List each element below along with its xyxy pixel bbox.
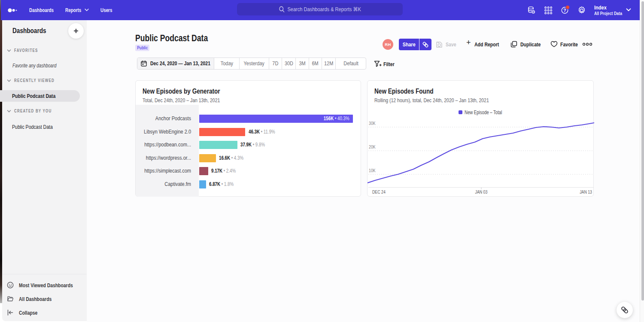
svg-text:JAN 03: JAN 03 bbox=[475, 189, 488, 194]
svg-text:JAN 13: JAN 13 bbox=[580, 189, 592, 194]
svg-text:10K: 10K bbox=[369, 168, 376, 173]
svg-text:20K: 20K bbox=[369, 144, 376, 149]
svg-text:DEC 24: DEC 24 bbox=[372, 189, 386, 194]
svg-text:?: ? bbox=[563, 8, 566, 13]
svg-text:30K: 30K bbox=[369, 121, 376, 126]
